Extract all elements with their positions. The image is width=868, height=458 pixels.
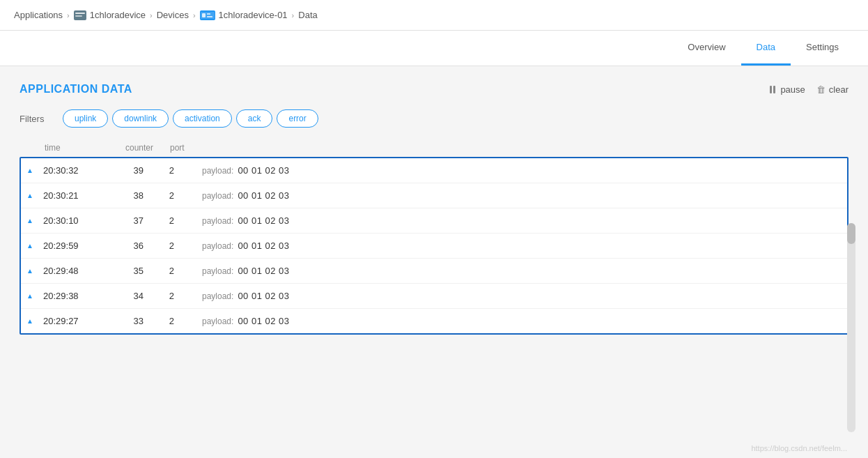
filter-uplink[interactable]: uplink [63, 109, 108, 128]
tab-settings[interactable]: Settings [791, 31, 854, 66]
filter-ack[interactable]: ack [236, 109, 273, 128]
breadcrumb-app[interactable]: 1chloradevice [74, 10, 146, 20]
svg-rect-6 [207, 13, 210, 15]
table-row[interactable]: ▲ 20:29:48 35 2 payload: 00 01 02 03 [21, 259, 847, 284]
scrollbar-thumb[interactable] [847, 223, 855, 244]
row-port-4: 2 [160, 241, 202, 251]
row-payload-label-6: payload: [202, 291, 233, 301]
filter-error[interactable]: error [277, 109, 318, 128]
header-counter: counter [114, 143, 170, 153]
svg-rect-5 [202, 13, 206, 17]
row-counter-2: 38 [104, 190, 160, 201]
breadcrumb-devicename: 1chloradevice-01 [219, 10, 288, 20]
filter-activation[interactable]: activation [173, 109, 232, 128]
filter-tags: uplink downlink activation ack error [63, 109, 318, 128]
table-row[interactable]: ▲ 20:29:27 33 2 payload: 00 01 02 03 [21, 309, 847, 333]
row-counter-5: 35 [104, 266, 160, 276]
row-payload-label-2: payload: [202, 191, 233, 201]
row-payload-value-7: 00 01 02 03 [238, 316, 289, 326]
row-payload-label-7: payload: [202, 316, 233, 326]
row-port-2: 2 [160, 190, 202, 201]
breadcrumb-devices[interactable]: Devices [157, 10, 189, 20]
row-payload-label-5: payload: [202, 266, 233, 276]
row-time-3: 20:30:10 [43, 215, 104, 226]
breadcrumb-device[interactable]: 1chloradevice-01 [200, 10, 288, 20]
table-row[interactable]: ▲ 20:30:21 38 2 payload: 00 01 02 03 [21, 183, 847, 208]
table-row[interactable]: ▲ 20:29:59 36 2 payload: 00 01 02 03 [21, 234, 847, 259]
row-port-3: 2 [160, 215, 202, 226]
row-counter-4: 36 [104, 241, 160, 251]
row-time-6: 20:29:38 [43, 291, 104, 301]
row-payload-value-3: 00 01 02 03 [238, 215, 289, 226]
row-payload-label-1: payload: [202, 166, 233, 176]
header-time: time [45, 143, 114, 153]
breadcrumb-sep-2: › [150, 11, 153, 20]
breadcrumb-applications[interactable]: Applications [14, 10, 63, 20]
row-payload-value-2: 00 01 02 03 [238, 190, 289, 201]
row-payload-value-6: 00 01 02 03 [238, 291, 289, 301]
tab-data[interactable]: Data [741, 31, 791, 66]
row-counter-1: 39 [104, 165, 160, 176]
row-counter-7: 33 [104, 316, 160, 326]
scrollbar[interactable] [847, 223, 855, 351]
row-port-7: 2 [160, 316, 202, 326]
svg-rect-1 [75, 13, 85, 14]
data-table: ▲ 20:30:32 39 2 payload: 00 01 02 03 ▲ 2… [20, 157, 848, 335]
row-time-7: 20:29:27 [43, 316, 104, 326]
header-port: port [170, 143, 212, 153]
app-icon [74, 10, 86, 20]
tab-overview[interactable]: Overview [672, 31, 741, 66]
row-payload-label-3: payload: [202, 216, 233, 226]
section-header: APPLICATION DATA pause 🗑 clear [20, 83, 848, 96]
pause-button[interactable]: pause [770, 84, 805, 95]
top-nav: Overview Data Settings [0, 31, 868, 66]
row-port-5: 2 [160, 266, 202, 276]
filters-label: Filters [20, 114, 54, 124]
pause-icon [770, 86, 775, 93]
row-time-4: 20:29:59 [43, 241, 104, 251]
row-time-5: 20:29:48 [43, 266, 104, 276]
pause-label: pause [780, 84, 805, 95]
row-port-6: 2 [160, 291, 202, 301]
table-header: time counter port [20, 139, 848, 157]
breadcrumb-appname: 1chloradevice [90, 10, 146, 20]
breadcrumb-sep-3: › [193, 11, 196, 20]
table-row[interactable]: ▲ 20:30:10 37 2 payload: 00 01 02 03 [21, 208, 847, 234]
breadcrumb-sep-4: › [292, 11, 295, 20]
row-counter-3: 37 [104, 215, 160, 226]
header-actions: pause 🗑 clear [770, 84, 848, 95]
uplink-icon-1: ▲ [26, 167, 38, 174]
row-counter-6: 34 [104, 291, 160, 301]
section-title: APPLICATION DATA [20, 83, 132, 96]
clear-button[interactable]: 🗑 clear [816, 84, 848, 95]
svg-rect-2 [75, 15, 82, 17]
row-payload-value-1: 00 01 02 03 [238, 165, 289, 176]
uplink-icon-5: ▲ [26, 267, 38, 275]
uplink-icon-6: ▲ [26, 292, 38, 300]
row-time-1: 20:30:32 [43, 165, 104, 176]
row-port-1: 2 [160, 165, 202, 176]
row-time-2: 20:30:21 [43, 190, 104, 201]
trash-icon: 🗑 [816, 84, 826, 95]
filters-row: Filters uplink downlink activation ack e… [20, 109, 848, 128]
uplink-icon-2: ▲ [26, 192, 38, 199]
svg-rect-7 [207, 16, 212, 17]
device-icon [200, 10, 215, 20]
uplink-icon-4: ▲ [26, 242, 38, 250]
breadcrumb: Applications › 1chloradevice › Devices ›… [0, 0, 868, 31]
table-row[interactable]: ▲ 20:30:32 39 2 payload: 00 01 02 03 [21, 158, 847, 183]
uplink-icon-3: ▲ [26, 217, 38, 224]
main-content: APPLICATION DATA pause 🗑 clear Filters u… [0, 66, 868, 351]
uplink-icon-7: ▲ [26, 317, 38, 325]
row-payload-value-5: 00 01 02 03 [238, 266, 289, 276]
breadcrumb-data: Data [298, 10, 317, 20]
clear-label: clear [829, 84, 848, 95]
row-payload-label-4: payload: [202, 241, 233, 251]
filter-downlink[interactable]: downlink [112, 109, 169, 128]
row-payload-value-4: 00 01 02 03 [238, 241, 289, 251]
table-row[interactable]: ▲ 20:29:38 34 2 payload: 00 01 02 03 [21, 284, 847, 309]
breadcrumb-sep-1: › [67, 11, 70, 20]
